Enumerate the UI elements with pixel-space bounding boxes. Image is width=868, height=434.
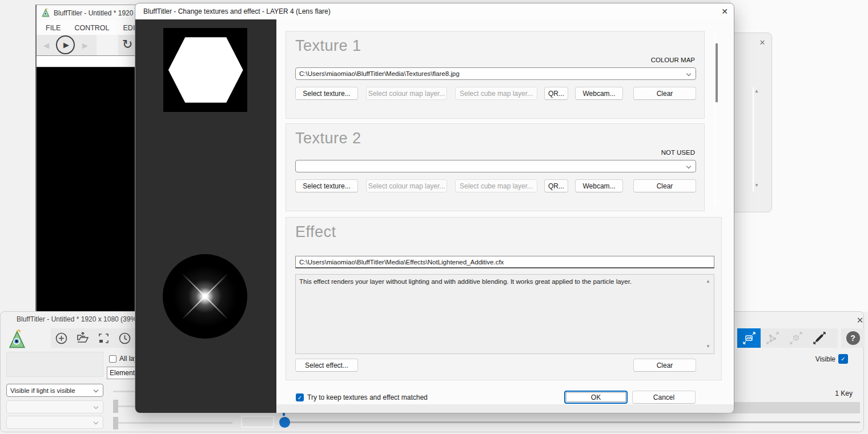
effect-group: Effect C:\Users\miaomiao\BluffTitler\Med… bbox=[286, 217, 722, 380]
effect-description-text: This effect renders your layer without l… bbox=[299, 278, 632, 285]
dialog-title: BluffTitler - Change textures and effect… bbox=[143, 7, 331, 15]
app-logo-icon bbox=[42, 8, 50, 18]
effect-path-field[interactable]: C:\Users\miaomiao\BluffTitler\Media\Effe… bbox=[295, 256, 714, 268]
texture2-group: Texture 2 NOT USED Select texture... Sel… bbox=[286, 123, 705, 211]
slider-track-1[interactable] bbox=[113, 391, 136, 392]
transform-toolbar bbox=[737, 328, 838, 348]
visible-checkbox[interactable]: ✓ bbox=[838, 354, 848, 364]
hexagon-shape bbox=[163, 28, 247, 112]
visible-label: Visible bbox=[812, 355, 835, 363]
keep-matched-label: Try to keep textures and effect matched bbox=[307, 393, 428, 401]
chevron-down-icon bbox=[686, 71, 691, 76]
texture2-select-cube-map-button[interactable]: Select cube map layer... bbox=[455, 179, 537, 192]
texture1-path-value: C:\Users\miaomiao\BluffTitler\Media\Text… bbox=[299, 70, 460, 77]
texture1-path-combobox[interactable]: C:\Users\miaomiao\BluffTitler\Media\Text… bbox=[295, 67, 696, 80]
texture1-mode-tag: COLOUR MAP bbox=[651, 57, 695, 63]
chevron-down-icon bbox=[94, 420, 98, 424]
help-icon[interactable]: ? bbox=[846, 331, 860, 345]
texture2-select-texture-button[interactable]: Select texture... bbox=[295, 179, 358, 192]
texture2-qr-button[interactable]: QR... bbox=[544, 179, 568, 192]
toolbar-light-segment bbox=[97, 35, 118, 55]
description-scroll-up-icon[interactable]: ▲ bbox=[706, 279, 710, 284]
help-strip: ? bbox=[841, 328, 865, 348]
key-count-label: 1 Key bbox=[817, 389, 853, 397]
time-icon[interactable] bbox=[118, 332, 131, 345]
texture2-header: Texture 2 bbox=[295, 130, 361, 147]
texture2-clear-button[interactable]: Clear bbox=[633, 179, 696, 192]
visibility-dropdown-value: Visible if light is visible bbox=[10, 387, 75, 394]
texture1-select-texture-button[interactable]: Select texture... bbox=[295, 87, 358, 100]
elements-label: Elements bbox=[110, 369, 138, 377]
time-slider-handle[interactable] bbox=[279, 417, 290, 428]
texture1-clear-button[interactable]: Clear bbox=[633, 87, 696, 100]
check-icon: ✓ bbox=[298, 395, 302, 401]
time-slider-track[interactable] bbox=[288, 421, 860, 423]
layer-preview-panel bbox=[6, 352, 103, 377]
texture-preview-panel bbox=[135, 19, 276, 413]
select-effect-button[interactable]: Select effect... bbox=[295, 359, 358, 372]
slider-track-2[interactable] bbox=[118, 405, 136, 407]
change-textures-dialog: BluffTitler - Change textures and effect… bbox=[135, 3, 734, 412]
effect-path-value: C:\Users\miaomiao\BluffTitler\Media\Effe… bbox=[299, 259, 504, 266]
texture1-qr-button[interactable]: QR... bbox=[544, 87, 568, 100]
resize-show-icon[interactable] bbox=[97, 332, 110, 345]
dropdown-empty-1[interactable] bbox=[6, 400, 103, 413]
texture1-preview bbox=[163, 28, 247, 112]
slider-handle-2[interactable] bbox=[113, 400, 118, 413]
menu-file[interactable]: FILE bbox=[39, 24, 67, 32]
texture2-webcam-button[interactable]: Webcam... bbox=[575, 179, 623, 192]
add-layer-icon[interactable] bbox=[55, 332, 68, 345]
keep-matched-checkbox[interactable]: ✓ bbox=[296, 393, 304, 401]
app-logo-icon bbox=[9, 329, 27, 350]
previous-icon[interactable]: ◀ bbox=[43, 41, 49, 50]
texture1-webcam-button[interactable]: Webcam... bbox=[575, 87, 623, 100]
chevron-down-icon bbox=[686, 164, 691, 168]
cancel-button[interactable]: Cancel bbox=[632, 391, 696, 404]
texture1-group: Texture 1 COLOUR MAP C:\Users\miaomiao\B… bbox=[286, 31, 705, 119]
all-layers-checkbox[interactable] bbox=[109, 355, 116, 363]
scale-picture-button[interactable] bbox=[737, 328, 761, 348]
open-show-icon[interactable] bbox=[76, 332, 89, 345]
description-scroll-down-icon[interactable]: ▼ bbox=[706, 344, 710, 349]
refresh-icon[interactable]: ↻ bbox=[122, 37, 132, 52]
chevron-down-icon bbox=[94, 404, 98, 409]
main-window-title: BluffTitler - Untitled * 1920 x bbox=[54, 9, 139, 17]
dialog-close-icon[interactable]: ✕ bbox=[717, 6, 733, 17]
slider-handle-3[interactable] bbox=[113, 417, 118, 429]
chevron-down-icon bbox=[94, 388, 98, 392]
texture2-mode-tag: NOT USED bbox=[661, 149, 695, 156]
dialog-scrollbar-thumb[interactable] bbox=[716, 43, 718, 102]
visibility-dropdown[interactable]: Visible if light is visible bbox=[6, 384, 103, 397]
scroll-down-icon[interactable]: ▼ bbox=[754, 183, 759, 188]
texture1-select-cube-map-button[interactable]: Select cube map layer... bbox=[455, 87, 537, 100]
scroll-up-icon[interactable]: ▲ bbox=[754, 89, 759, 94]
check-icon: ✓ bbox=[841, 356, 845, 362]
scale-cube-button[interactable] bbox=[784, 328, 807, 348]
play-icon: ▶ bbox=[63, 41, 69, 49]
dropdown-empty-2[interactable] bbox=[6, 416, 103, 429]
timeline-window-title: BluffTitler - Untitled * 1920 x 1080 (39… bbox=[17, 315, 136, 323]
texture1-header: Texture 1 bbox=[295, 37, 361, 55]
side-panel-close-icon[interactable]: ✕ bbox=[756, 37, 769, 48]
next-icon[interactable]: ▶ bbox=[82, 41, 88, 50]
effect-description-box: This effect renders your layer without l… bbox=[295, 274, 714, 354]
timeline-close-icon[interactable]: ✕ bbox=[854, 314, 866, 327]
scale-tool-button[interactable] bbox=[807, 328, 831, 348]
menu-control[interactable]: CONTROL bbox=[67, 24, 116, 32]
side-panel-scroll-track[interactable] bbox=[753, 87, 754, 192]
effect-header: Effect bbox=[295, 223, 336, 241]
effect-preview-lens-flare bbox=[163, 254, 247, 339]
effect-clear-button[interactable]: Clear bbox=[633, 359, 696, 372]
time-field[interactable] bbox=[241, 416, 274, 428]
dialog-titlebar[interactable]: BluffTitler - Change textures and effect… bbox=[135, 3, 734, 19]
texture2-path-combobox[interactable] bbox=[295, 160, 696, 172]
texture1-select-colour-map-button[interactable]: Select colour map layer... bbox=[366, 87, 447, 100]
play-button[interactable]: ▶ bbox=[56, 35, 75, 54]
ok-button[interactable]: OK bbox=[564, 391, 628, 404]
texture2-select-colour-map-button[interactable]: Select colour map layer... bbox=[366, 179, 447, 192]
scale-vertices-button[interactable] bbox=[761, 328, 784, 348]
slider-track-3[interactable] bbox=[118, 422, 232, 424]
timeline-toolbar bbox=[51, 328, 138, 348]
